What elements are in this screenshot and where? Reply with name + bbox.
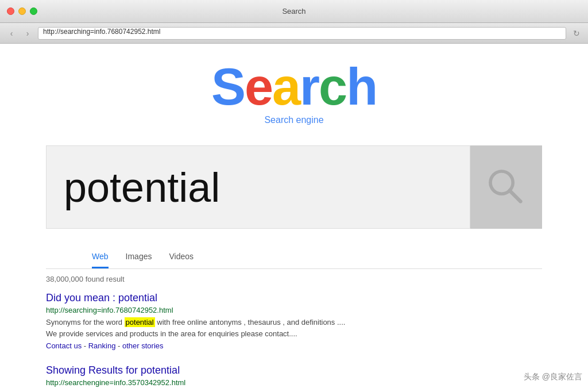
watermark: 头条 @良家佐言 <box>524 372 582 382</box>
tab-web[interactable]: Web <box>92 252 109 268</box>
back-button[interactable]: ‹ <box>6 28 17 39</box>
title-bar: Search <box>0 0 588 23</box>
result-link-sep2: - <box>118 341 122 350</box>
refresh-button[interactable]: ↻ <box>571 28 582 39</box>
result-item-2: Showing Results for potential http://sea… <box>46 364 542 388</box>
result-url-2: http://searchengine=info.3570342952.html <box>46 378 542 387</box>
result-link-ranking[interactable]: Ranking <box>88 341 116 350</box>
result-links-1: Contact us - Ranking - other stories <box>46 341 542 350</box>
close-button[interactable] <box>7 7 14 15</box>
result-snippet-1b: We provide services and products in the … <box>46 328 542 340</box>
result-snippet-1a: Synonyms for the word potential with fre… <box>46 317 542 328</box>
result-title-2[interactable]: Showing Results for potential <box>46 364 542 377</box>
logo-letter-h: h <box>346 58 377 116</box>
logo-letter-c: c <box>319 58 346 116</box>
logo: Search <box>0 61 588 113</box>
search-icon <box>486 167 527 208</box>
logo-letter-a: a <box>272 58 300 116</box>
logo-letter-r: r <box>300 58 319 116</box>
window-title: Search <box>282 7 305 16</box>
result-link-sep1: - <box>84 341 88 350</box>
forward-button[interactable]: › <box>22 28 33 39</box>
browser-content: Search Search engine potential Web Image… <box>0 44 588 388</box>
svg-line-1 <box>509 190 520 201</box>
result-link-contact[interactable]: Contact us <box>46 341 82 350</box>
maximize-button[interactable] <box>30 7 37 15</box>
logo-letter-e: e <box>245 58 272 116</box>
snippet-1a-highlight: potential <box>125 317 155 327</box>
address-bar: ‹ › http://searching=info.7680742952.htm… <box>0 23 588 44</box>
search-query-display: potential <box>64 164 220 211</box>
snippet-1a-after: with free online antonyms , thesaurus , … <box>155 318 346 326</box>
search-box-area: potential <box>46 145 542 229</box>
tab-videos[interactable]: Videos <box>169 252 194 268</box>
logo-section: Search Search engine <box>0 44 588 134</box>
snippet-1a-before: Synonyms for the word <box>46 318 125 326</box>
result-link-other[interactable]: other stories <box>122 341 164 350</box>
window-controls <box>7 7 37 15</box>
results-area: 38,000,000 found result Did you mean : p… <box>0 269 588 388</box>
result-title-1[interactable]: Did you mean : potential <box>46 292 542 304</box>
results-count: 38,000,000 found result <box>46 275 542 283</box>
result-url-1: http://searching=info.7680742952.html <box>46 306 542 314</box>
tabs-section: Web Images Videos <box>46 240 542 269</box>
address-input[interactable]: http://searching=info.7680742952.html <box>38 27 566 40</box>
tab-images[interactable]: Images <box>126 252 152 268</box>
search-input-box[interactable]: potential <box>46 145 470 229</box>
logo-tagline: Search engine <box>0 115 588 125</box>
result-item-1: Did you mean : potential http://searchin… <box>46 292 542 350</box>
search-button[interactable] <box>470 145 542 229</box>
minimize-button[interactable] <box>18 7 26 15</box>
logo-letter-s: S <box>211 58 245 116</box>
